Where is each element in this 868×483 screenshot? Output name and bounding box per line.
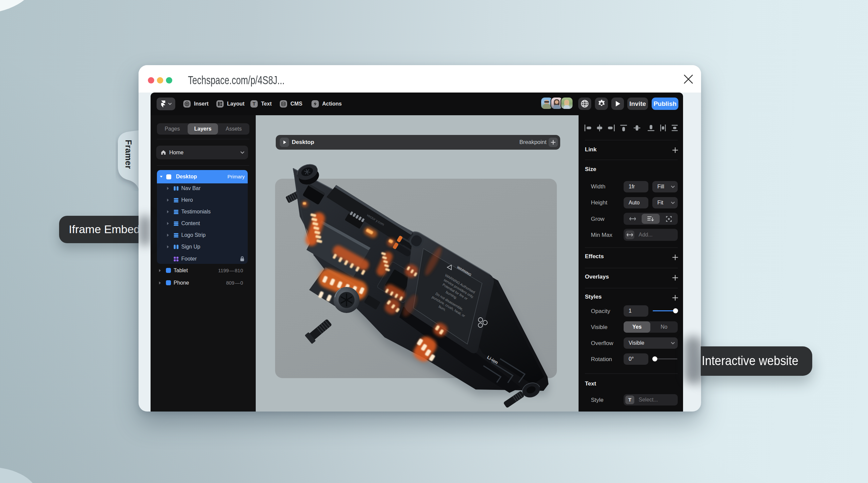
- svg-text:Framer: Framer: [124, 140, 133, 169]
